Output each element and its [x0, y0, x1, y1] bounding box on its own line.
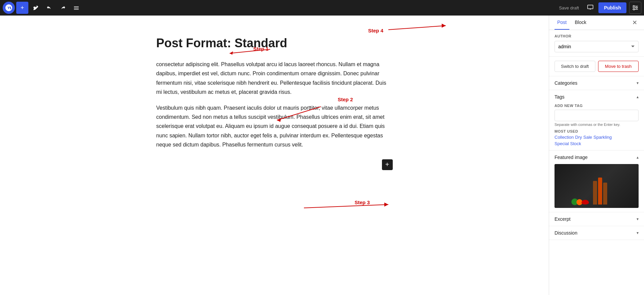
- toolbar-right: Save draft Publish: [556, 2, 641, 14]
- discussion-section: Discussion ▾: [549, 226, 644, 240]
- excerpt-chevron: ▾: [637, 217, 639, 221]
- post-actions: Switch to draft Move to trash: [549, 57, 644, 76]
- featured-image-section: Featured image ▴: [549, 151, 644, 212]
- featured-image-header[interactable]: Featured image ▴: [549, 151, 644, 164]
- author-select[interactable]: admin: [555, 41, 639, 52]
- paragraph-1[interactable]: consectetur adipiscing elit. Phasellus v…: [156, 60, 393, 97]
- publish-button[interactable]: Publish: [598, 2, 626, 13]
- categories-chevron: ▾: [637, 81, 639, 85]
- paragraph-2[interactable]: Vestibulum quis nibh quam. Praesent iacu…: [156, 103, 393, 149]
- sidebar: Post Block ✕ Author admin Switch to draf…: [549, 16, 644, 295]
- edit-mode-button[interactable]: [30, 2, 42, 14]
- svg-point-4: [633, 5, 635, 7]
- close-sidebar-button[interactable]: ✕: [631, 18, 639, 28]
- tags-section: Tags ▴ ADD NEW TAG Separate with commas …: [549, 90, 644, 151]
- categories-section: Categories ▾: [549, 76, 644, 90]
- editor-wrapper: Post Format: Standard consectetur adipis…: [0, 16, 549, 295]
- discussion-label: Discussion: [555, 230, 577, 236]
- featured-image-thumbnail[interactable]: [555, 164, 639, 208]
- settings-button[interactable]: [629, 2, 641, 14]
- redo-button[interactable]: [57, 2, 69, 14]
- preview-button[interactable]: [585, 2, 596, 14]
- tag-special-stock[interactable]: Special Stock: [555, 141, 581, 146]
- excerpt-section: Excerpt ▾: [549, 212, 644, 226]
- featured-image-chevron-up: ▴: [637, 155, 639, 160]
- most-used-label: MOST USED: [555, 129, 639, 133]
- undo-button[interactable]: [43, 2, 55, 14]
- categories-label: Categories: [555, 80, 577, 86]
- tag-hint: Separate with commas or the Enter key.: [555, 123, 639, 127]
- switch-draft-button[interactable]: Switch to draft: [555, 61, 595, 72]
- main-toolbar: + Save draft Publish: [0, 0, 644, 16]
- tab-block[interactable]: Block: [572, 16, 589, 30]
- editor-content: Post Format: Standard consectetur adipis…: [156, 36, 393, 170]
- add-block-inline-button[interactable]: +: [382, 159, 393, 170]
- author-label: Author: [555, 34, 639, 38]
- tools-button[interactable]: [70, 2, 82, 14]
- author-section: Author admin: [549, 30, 644, 57]
- tags-header[interactable]: Tags ▴: [549, 90, 644, 104]
- add-new-tag-label: ADD NEW TAG: [555, 104, 639, 108]
- excerpt-label: Excerpt: [555, 216, 570, 222]
- categories-header[interactable]: Categories ▾: [549, 76, 644, 90]
- sidebar-tabs: Post Block ✕: [549, 16, 644, 30]
- post-title[interactable]: Post Format: Standard: [156, 36, 393, 50]
- featured-image-content: [549, 164, 644, 212]
- image-placeholder: [555, 164, 639, 208]
- editor-area: Post Format: Standard consectetur adipis…: [0, 16, 549, 295]
- toolbar-left: +: [3, 2, 82, 14]
- svg-point-5: [636, 7, 637, 8]
- svg-point-6: [633, 9, 635, 10]
- tags-content: ADD NEW TAG Separate with commas or the …: [549, 104, 644, 150]
- save-draft-button[interactable]: Save draft: [556, 3, 582, 12]
- tags-chevron-up: ▴: [637, 95, 639, 99]
- move-trash-button[interactable]: Move to trash: [598, 61, 639, 72]
- add-block-button[interactable]: +: [16, 2, 28, 14]
- tag-input[interactable]: [555, 110, 639, 121]
- featured-image-label: Featured image: [555, 155, 588, 160]
- tab-post[interactable]: Post: [555, 16, 569, 30]
- tags-label: Tags: [555, 94, 565, 100]
- svg-rect-0: [588, 5, 593, 9]
- discussion-header[interactable]: Discussion ▾: [549, 226, 644, 240]
- main-layout: Post Format: Standard consectetur adipis…: [0, 16, 644, 295]
- wordpress-logo[interactable]: [3, 2, 15, 14]
- sidebar-tabs-left: Post Block: [555, 16, 592, 30]
- tag-sparkling[interactable]: Sparkling: [593, 135, 612, 140]
- excerpt-header[interactable]: Excerpt ▾: [549, 212, 644, 226]
- post-body: consectetur adipiscing elit. Phasellus v…: [156, 60, 393, 149]
- discussion-chevron: ▾: [637, 231, 639, 235]
- most-used-tags: CollectionDrySaleSparklingSpecial Stock: [555, 135, 639, 146]
- tag-collection[interactable]: Collection: [555, 135, 574, 140]
- bottles-illustration: [593, 178, 613, 205]
